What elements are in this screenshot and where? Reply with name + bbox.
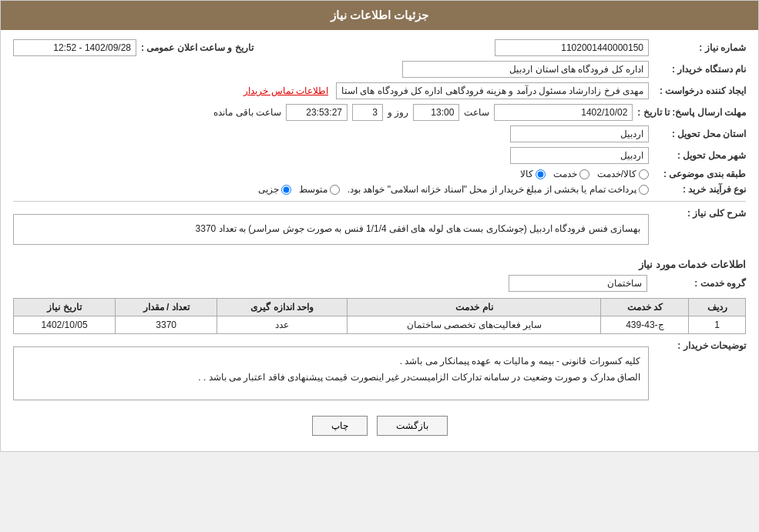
need-number-label: شماره نیاز : <box>653 42 746 53</box>
announce-date-value: 1402/09/28 - 12:52 <box>13 39 136 56</box>
back-button[interactable]: بازگشت <box>377 416 448 436</box>
col-unit: واحد اندازه گیری <box>217 298 348 316</box>
services-info-title: اطلاعات خدمات مورد نیاز <box>13 259 746 270</box>
process-medium-label: متوسط <box>299 184 327 195</box>
cell-quantity: 3370 <box>116 316 217 333</box>
category-label: طبقه بندی موضوعی : <box>653 169 746 179</box>
category-goods-service-label: کالا/خدمت <box>597 169 636 179</box>
buyer-org-label: نام دستگاه خریدار : <box>653 64 746 75</box>
announce-date-label: تاریخ و ساعت اعلان عمومی : <box>141 42 254 53</box>
cell-date: 1402/10/05 <box>14 316 116 333</box>
creator-value: مهدی فرخ زادارشاد مسئول درآمد و هزینه فر… <box>336 82 649 99</box>
buyer-org-value: اداره کل فرودگاه های استان اردبیل <box>402 61 649 78</box>
col-name: نام خدمت <box>348 298 601 316</box>
print-button[interactable]: چاپ <box>312 416 368 436</box>
deadline-time: 13:00 <box>413 104 459 121</box>
col-date: تاریخ نیاز <box>14 298 116 316</box>
buyer-notes-label: توضیحات خریدار : <box>653 340 746 351</box>
col-code: کد خدمت <box>601 298 689 316</box>
service-group-label: گروه خدمت : <box>653 278 746 289</box>
buyer-notes-content: کلیه کسورات قانونی - بیمه و مالیات به عه… <box>13 346 649 400</box>
action-buttons: بازگشت چاپ <box>13 416 746 436</box>
deadline-time-label: ساعت <box>464 107 489 118</box>
cell-row: 1 <box>689 316 746 333</box>
process-full-label: پرداخت تمام یا بخشی از مبلغ خریدار از مح… <box>348 184 636 195</box>
description-label: شرح کلی نیاز : <box>653 208 746 219</box>
cell-name: سایر فعالیت‌های تخصصی ساختمان <box>348 316 601 333</box>
description-value: بهسازی فنس فرودگاه اردبیل (جوشکاری بست ه… <box>13 214 649 245</box>
category-radio-group: کالا/خدمت خدمت کالا <box>520 169 649 179</box>
process-partial-option[interactable]: جزیی <box>258 184 291 195</box>
services-table: ردیف کد خدمت نام خدمت واحد اندازه گیری ت… <box>13 298 746 334</box>
process-radio-group: پرداخت تمام یا بخشی از مبلغ خریدار از مح… <box>258 184 649 195</box>
creator-contact-link[interactable]: اطلاعات تماس خریدار <box>243 85 328 96</box>
delivery-city-value: اردبیل <box>510 147 649 164</box>
remaining-label: ساعت باقی مانده <box>213 107 281 118</box>
creator-label: ایجاد کننده درخواست : <box>653 85 746 96</box>
table-row: 1ج-43-439سایر فعالیت‌های تخصصی ساختمانعد… <box>14 316 746 333</box>
category-service-label: خدمت <box>553 169 577 179</box>
delivery-province-value: اردبیل <box>510 125 649 142</box>
deadline-label: مهلت ارسال پاسخ: تا تاریخ : <box>637 107 746 118</box>
process-partial-label: جزیی <box>258 184 279 195</box>
deadline-days-label: روز و <box>388 107 408 118</box>
process-label: نوع فرآیند خرید : <box>653 184 746 195</box>
deadline-remaining: 23:53:27 <box>286 104 348 121</box>
delivery-province-label: استان محل تحویل : <box>653 129 746 139</box>
category-service-option[interactable]: خدمت <box>553 169 589 179</box>
col-row: ردیف <box>689 298 746 316</box>
category-goods-label: کالا <box>520 169 533 179</box>
deadline-date: 1402/10/02 <box>494 104 633 121</box>
need-number-value: 1102001440000150 <box>495 39 649 56</box>
cell-code: ج-43-439 <box>601 316 689 333</box>
col-quantity: تعداد / مقدار <box>116 298 217 316</box>
delivery-city-label: شهر محل تحویل : <box>653 150 746 161</box>
process-full-option[interactable]: پرداخت تمام یا بخشی از مبلغ خریدار از مح… <box>348 184 649 195</box>
buyer-notes-line1: کلیه کسورات قانونی - بیمه و مالیات به عه… <box>22 353 640 370</box>
cell-unit: عدد <box>217 316 348 333</box>
category-goods-option[interactable]: کالا <box>520 169 546 179</box>
buyer-notes-line2: الصاق مدارک و صورت وضعیت در سامانه تدارک… <box>22 370 640 386</box>
process-medium-option[interactable]: متوسط <box>299 184 340 195</box>
page-title: جزئیات اطلاعات نیاز <box>1 1 758 30</box>
deadline-days: 3 <box>352 104 383 121</box>
service-group-value: ساختمان <box>509 275 647 292</box>
category-goods-service-option[interactable]: کالا/خدمت <box>597 169 649 179</box>
